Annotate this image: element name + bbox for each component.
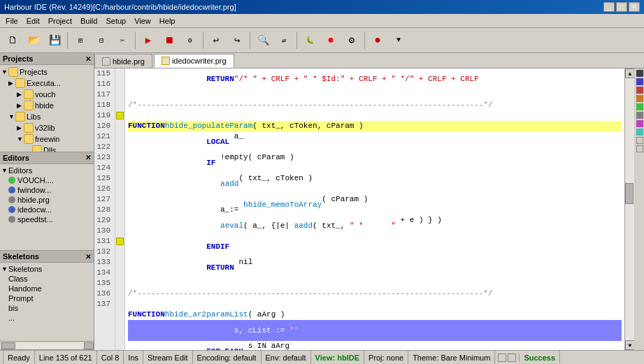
editors-close[interactable]: ✕ — [85, 154, 91, 161]
tab-idedocwriter[interactable]: idedocwriter.prg — [154, 54, 234, 68]
resize-btn-1[interactable] — [498, 354, 506, 362]
mini-icon-2 — [636, 78, 643, 85]
code-line: a_:= hbide_memoToArray( cParam ) — [128, 194, 622, 215]
editors-tree[interactable]: ▼ Editors VOUCH.... fwindow... hbide.prg — [0, 164, 94, 251]
tree-item[interactable]: idedocw... — [0, 205, 94, 214]
code-line: aadd( txt_, cToken ) — [128, 173, 622, 194]
toolbar-sep-2 — [135, 32, 136, 49]
mini-icon-3 — [636, 87, 643, 94]
tree-item[interactable]: hbide.prg — [0, 195, 94, 205]
editors-header[interactable]: Editors ✕ — [0, 152, 94, 164]
code-line: FOR EACH s IN aArg — [128, 341, 622, 350]
toolbar-stop[interactable]: ⏹ — [159, 31, 179, 50]
projects-close[interactable]: ✕ — [85, 55, 91, 63]
projects-header[interactable]: Projects ✕ — [0, 53, 94, 65]
toolbar-build[interactable]: ⚙ — [180, 31, 200, 50]
menu-help[interactable]: Help — [155, 15, 180, 27]
toolbar-cut[interactable]: ✂ — [113, 31, 132, 50]
titlebar: Harbour IDE (Rev. 14249)[C:/harbour/cont… — [0, 0, 644, 14]
scroll-thumb[interactable] — [625, 183, 634, 204]
tree-item[interactable]: VOUCH.... — [0, 175, 94, 185]
tab-hbide[interactable]: hbide.prg — [94, 54, 152, 68]
scroll-down-button[interactable]: ▼ — [625, 340, 635, 350]
toolbar-new[interactable]: 🗋 — [3, 31, 22, 50]
code-line: LOCAL a_ — [128, 131, 622, 152]
tree-item[interactable]: Prompt — [0, 293, 94, 303]
toolbar-redo[interactable]: ↪ — [227, 31, 247, 50]
code-content[interactable]: RETURN "/* " + CRLF + " * $Id:" + CRLF +… — [125, 68, 624, 350]
tree-item[interactable]: ▼ Projects — [0, 66, 94, 78]
toolbar-copy[interactable]: ⊞ — [71, 31, 90, 50]
window-controls[interactable]: _ □ ✕ — [603, 2, 640, 12]
vertical-scrollbar[interactable]: ▲ ▼ — [624, 68, 634, 350]
resize-btn-2[interactable] — [508, 354, 516, 362]
mini-icon-9 — [636, 137, 643, 144]
code-line: ENDIF — [128, 236, 622, 257]
projects-label: Projects — [3, 54, 33, 63]
tree-item[interactable]: ... — [0, 313, 94, 323]
tree-item[interactable]: ▼ Editors — [0, 166, 94, 175]
menu-file[interactable]: File — [1, 15, 22, 27]
status-env: Env: default — [262, 351, 311, 364]
maximize-button[interactable]: □ — [616, 2, 627, 12]
tree-item[interactable]: ▼ Skeletons — [0, 264, 94, 274]
tree-item[interactable]: ▶ vouch — [0, 89, 94, 100]
skeletons-tree[interactable]: ▼ Skeletons Class Handome Prompt bis — [0, 263, 94, 341]
toolbar-extra1[interactable]: ● — [368, 31, 387, 50]
toolbar-settings[interactable]: ⚙ — [342, 31, 362, 50]
tree-item[interactable]: Handome — [0, 284, 94, 293]
toolbar-sep-3 — [203, 32, 203, 49]
code-editor[interactable]: 115 116 117 118 119 120 121 122 123 124 … — [94, 68, 624, 350]
toolbar-run[interactable]: ▶ — [138, 31, 158, 50]
skeletons-header[interactable]: Skeletons ✕ — [0, 251, 94, 263]
toolbar-find[interactable]: 🔍 — [253, 31, 273, 50]
scroll-up-button[interactable]: ▲ — [625, 68, 635, 78]
status-col: Col 8 — [97, 351, 124, 364]
tree-item[interactable]: fwindow... — [0, 185, 94, 195]
code-line — [128, 299, 622, 310]
menu-project[interactable]: Project — [44, 15, 76, 27]
toolbar-breakpoint[interactable]: ● — [321, 31, 341, 50]
toolbar-extra2[interactable]: ▼ — [389, 31, 408, 50]
minimize-button[interactable]: _ — [603, 2, 615, 12]
toolbar-replace[interactable]: ⇄ — [274, 31, 294, 50]
tree-item[interactable]: ▶ hbide — [0, 100, 94, 111]
mini-icon-1 — [636, 70, 643, 77]
tab-label: idedocwriter.prg — [172, 57, 227, 65]
menu-setup[interactable]: Setup — [101, 15, 130, 27]
code-line — [128, 89, 622, 100]
toolbar-paste[interactable]: ⊟ — [92, 31, 111, 50]
line-numbers: 115 116 117 118 119 120 121 122 123 124 … — [94, 68, 115, 350]
code-line: /*--------------------------------------… — [128, 100, 622, 110]
toolbar-save[interactable]: 💾 — [45, 31, 64, 50]
menu-view[interactable]: View — [130, 15, 155, 27]
mini-icon-4 — [636, 95, 643, 102]
mini-icon-10 — [636, 145, 643, 152]
tree-item[interactable]: Class — [0, 274, 94, 284]
status-encoding: Encoding: default — [193, 351, 262, 364]
toolbar-debug[interactable]: 🐛 — [300, 31, 320, 50]
tree-item[interactable]: Dlls — [0, 145, 94, 152]
status-resize-controls[interactable] — [495, 354, 520, 362]
projects-panel: Projects ✕ ▼ Projects ▶ Executa... — [0, 53, 94, 152]
status-success: Success — [520, 351, 560, 364]
tree-item[interactable]: ▶ v32lib — [0, 122, 94, 133]
code-line: RETURN "/* " + CRLF + " * $Id:" + CRLF +… — [128, 68, 622, 89]
toolbar-open[interactable]: 📂 — [24, 31, 43, 50]
tree-item[interactable]: bis — [0, 303, 94, 313]
skeletons-close[interactable]: ✕ — [85, 253, 91, 261]
toolbar-undo[interactable]: ↩ — [206, 31, 226, 50]
toolbar-sep-1 — [67, 32, 68, 49]
scroll-track[interactable] — [625, 78, 634, 340]
mini-icon-6 — [636, 112, 643, 119]
tree-item[interactable]: speedtst... — [0, 214, 94, 224]
menu-edit[interactable]: Edit — [22, 15, 44, 27]
bp-marker — [116, 112, 124, 119]
tree-item[interactable]: ▼ Libs — [0, 111, 94, 122]
tree-item[interactable]: ▼ freewin — [0, 133, 94, 145]
projects-tree[interactable]: ▼ Projects ▶ Executa... ▶ vouch — [0, 65, 94, 152]
tree-item[interactable]: ▶ Executa... — [0, 78, 94, 89]
close-button[interactable]: ✕ — [629, 2, 640, 12]
mini-icon-5 — [636, 103, 643, 110]
menu-build[interactable]: Build — [76, 15, 101, 27]
